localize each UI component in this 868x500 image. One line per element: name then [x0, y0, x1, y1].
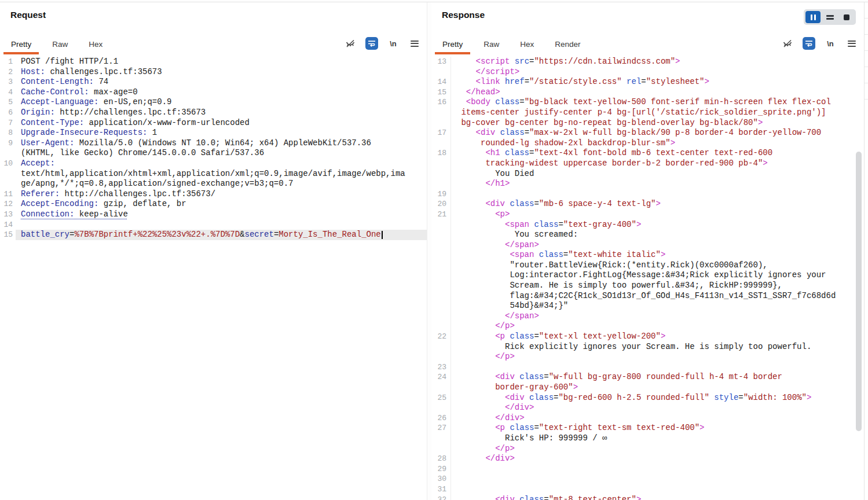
code-line[interactable]: 13Connection: keep-alive — [0, 209, 427, 220]
code-line[interactable]: 13 <script src="https://cdn.tailwindcss.… — [431, 57, 864, 67]
code-line[interactable]: </span> — [431, 311, 864, 322]
code-line[interactable]: rounded-lg shadow-2xl backdrop-blur-sm"> — [431, 138, 864, 149]
code-line[interactable]: 11Referer: http://challenges.lpc.tf:3567… — [0, 189, 427, 200]
code-line[interactable]: 12Accept-Encoding: gzip, deflate, br — [0, 199, 427, 209]
tab-hex[interactable]: Hex — [81, 35, 110, 54]
code-line[interactable]: 14 <link href="/static/style.css" rel="s… — [431, 77, 864, 87]
code-line[interactable]: 27 <p class="text-right text-sm text-red… — [431, 423, 864, 433]
code-line[interactable]: 1POST /fight HTTP/1.1 — [0, 57, 427, 67]
code-line[interactable]: flag:&#34;C2C{R1ck_SO1d13r_Of_GOd_H4s_F4… — [431, 291, 864, 302]
code-line[interactable]: 10Accept: — [0, 159, 427, 169]
code-line[interactable]: text/html,application/xhtml+xml,applicat… — [0, 169, 427, 179]
code-line[interactable]: 2Host: challenges.lpc.tf:35673 — [0, 67, 427, 78]
code-line[interactable]: You Died — [431, 169, 864, 179]
newline-button[interactable]: \n — [387, 37, 400, 50]
code-line[interactable]: 18 <h1 class="text-4xl font-bold mb-6 te… — [431, 148, 864, 159]
code-line[interactable]: 32 <div class="mt-8 text-center"> — [431, 495, 864, 500]
menu-button[interactable] — [845, 37, 858, 50]
line-number — [431, 179, 451, 189]
code-line[interactable]: Rick's HP: 999999 / ∞ — [431, 433, 864, 444]
code-line[interactable]: 9User-Agent: Mozilla/5.0 (Windows NT 10.… — [0, 138, 427, 149]
code-line[interactable]: </p> — [431, 321, 864, 332]
code-line[interactable]: <span class="text-white italic"> — [431, 250, 864, 260]
code-line[interactable]: bg-cover bg-center bg-no-repeat bg-blend… — [431, 118, 864, 128]
code-line[interactable]: 3Content-Length: 74 — [0, 77, 427, 87]
code-line[interactable]: 31 — [431, 484, 864, 495]
code-line[interactable]: 30 — [431, 474, 864, 484]
code-line[interactable]: items-center justify-center p-4 bg-[url(… — [431, 108, 864, 118]
line-number: 18 — [431, 148, 451, 159]
code-line[interactable]: <span class="text-gray-400"> — [431, 220, 864, 230]
code-line[interactable]: 17 <div class="max-w-2xl w-full bg-black… — [431, 128, 864, 138]
code-line[interactable]: 54bd}&#34;}" — [431, 301, 864, 311]
tab-raw[interactable]: Raw — [476, 35, 507, 54]
response-scrollbar-thumb[interactable] — [856, 152, 862, 431]
line-content: <span class="text-white italic"> — [451, 250, 864, 260]
code-line[interactable]: "router.BattleView{Rick:(*entity.Rick)(0… — [431, 260, 864, 271]
code-line[interactable]: 16 <body class="bg-black text-yellow-500… — [431, 97, 864, 108]
code-line[interactable]: Rick explicitly ignores your Scream. He … — [431, 342, 864, 352]
tab-render[interactable]: Render — [547, 35, 588, 54]
tab-pretty[interactable]: Pretty — [3, 35, 39, 54]
tab-hex[interactable]: Hex — [512, 35, 541, 54]
code-line[interactable]: </script> — [431, 67, 864, 78]
code-line[interactable]: Log:interactor.FightLog{Message:&#34;Ric… — [431, 270, 864, 281]
tab-raw[interactable]: Raw — [45, 35, 75, 54]
line-content: <p class="text-xl text-yellow-200"> — [451, 332, 864, 342]
code-line[interactable]: 24 <div class="w-full bg-gray-800 rounde… — [431, 372, 864, 383]
line-content: text/html,application/xhtml+xml,applicat… — [16, 169, 427, 179]
code-line[interactable]: 22 <p class="text-xl text-yellow-200"> — [431, 332, 864, 342]
code-line[interactable]: 8Upgrade-Insecure-Requests: 1 — [0, 128, 427, 138]
line-content: Upgrade-Insecure-Requests: 1 — [16, 128, 427, 138]
code-line[interactable]: 29 — [431, 464, 864, 475]
code-line[interactable]: 14 — [0, 220, 427, 230]
line-content: ge/apng,*/*;q=0.8,application/signed-exc… — [16, 179, 427, 189]
pause-button[interactable] — [805, 11, 821, 23]
line-content: Rick's HP: 999999 / ∞ — [451, 433, 864, 444]
hide-icon[interactable] — [344, 37, 357, 50]
code-line[interactable]: Scream. He is simply too powerful.&#34;,… — [431, 281, 864, 291]
code-line[interactable]: ge/apng,*/*;q=0.8,application/signed-exc… — [0, 179, 427, 189]
code-line[interactable]: tracking-widest uppercase border-b-2 bor… — [431, 159, 864, 169]
response-editor[interactable]: 13 <script src="https://cdn.tailwindcss.… — [431, 57, 864, 500]
line-number: 28 — [431, 454, 451, 464]
line-number — [431, 270, 451, 281]
stop-button[interactable] — [839, 11, 854, 23]
code-line[interactable]: 15 </head> — [431, 87, 864, 98]
menu-button[interactable] — [408, 37, 421, 50]
code-line[interactable]: border-gray-600"> — [431, 383, 864, 393]
line-content: Accept: — [16, 159, 427, 169]
code-line[interactable]: 21 <p> — [431, 209, 864, 220]
code-line[interactable]: 25 <div class="bg-red-600 h-2.5 rounded-… — [431, 393, 864, 403]
code-line[interactable]: (KHTML, like Gecko) Chrome/145.0.0.0 Saf… — [0, 148, 427, 159]
tab-pretty[interactable]: Pretty — [435, 35, 470, 54]
line-number: 24 — [431, 372, 451, 383]
code-line[interactable]: 7Content-Type: application/x-www-form-ur… — [0, 118, 427, 128]
request-tabs: PrettyRawHex — [3, 35, 110, 54]
wrap-button[interactable] — [803, 37, 815, 50]
code-line[interactable]: 23 — [431, 362, 864, 373]
line-number: 8 — [0, 128, 16, 138]
list-button[interactable] — [822, 11, 837, 23]
wrap-button[interactable] — [365, 37, 378, 50]
code-line[interactable]: </span> — [431, 240, 864, 251]
hide-icon[interactable] — [781, 37, 794, 50]
newline-button[interactable]: \n — [824, 37, 837, 50]
code-line[interactable]: 28 </div> — [431, 454, 864, 464]
code-line[interactable]: </h1> — [431, 179, 864, 189]
code-line[interactable]: </div> — [431, 403, 864, 413]
request-editor[interactable]: 1POST /fight HTTP/1.12Host: challenges.l… — [0, 57, 427, 500]
code-line[interactable]: 15battle_cry=%7B%7Bprintf+%22%25%23v%22+… — [0, 230, 427, 240]
response-panel-title: Response — [442, 10, 485, 20]
code-line[interactable]: 26 </div> — [431, 413, 864, 424]
line-content — [16, 220, 427, 230]
code-line[interactable]: 19 — [431, 189, 864, 200]
line-content — [451, 484, 864, 495]
code-line[interactable]: </p> — [431, 352, 864, 362]
code-line[interactable]: 5Accept-Language: en-US,en;q=0.9 — [0, 97, 427, 108]
code-line[interactable]: 4Cache-Control: max-age=0 — [0, 87, 427, 98]
code-line[interactable]: 20 <div class="mb-6 space-y-4 text-lg"> — [431, 199, 864, 209]
code-line[interactable]: You screamed: — [431, 230, 864, 240]
code-line[interactable]: 6Origin: http://challenges.lpc.tf:35673 — [0, 108, 427, 118]
code-line[interactable]: </p> — [431, 444, 864, 454]
